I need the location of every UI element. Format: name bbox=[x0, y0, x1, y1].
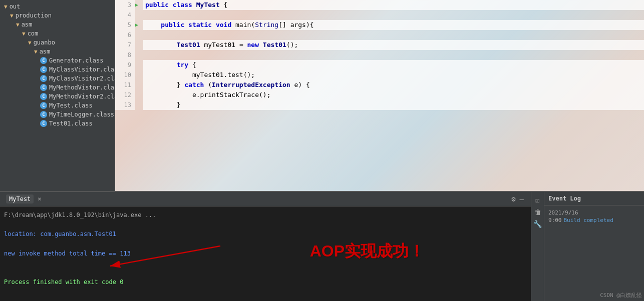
terminal-output: F:\dream\app\jdk1.8.0_192\bin\java.exe .… bbox=[0, 206, 531, 301]
line-number-6: 6 bbox=[115, 30, 135, 40]
bottom-panel: MyTest × ⚙ — F:\dream\app\jdk1.8.0_192\b… bbox=[0, 191, 644, 301]
watermark: CSDN @白嫖乱怪 bbox=[600, 292, 642, 299]
code-line-12: 12 e.printStackTrace(); bbox=[115, 90, 644, 100]
terminal-tab-name[interactable]: MyTest bbox=[6, 194, 34, 204]
class-icon-mymethodvistor: C bbox=[40, 84, 47, 91]
code-line-4: 4 bbox=[115, 10, 644, 20]
line-number-8: 8 bbox=[115, 50, 135, 60]
run-button-5[interactable]: ▶ bbox=[135, 20, 143, 30]
tree-label-mymethodvistor2: MyMethodVistor2.class bbox=[49, 93, 115, 100]
code-content-10: myTest01.test(); bbox=[143, 70, 644, 80]
code-line-8: 8 bbox=[115, 50, 644, 60]
tree-label-asm2: asm bbox=[40, 48, 51, 55]
line-number-5: 5 bbox=[115, 20, 135, 30]
event-row: 9:00 Build completed bbox=[548, 217, 640, 224]
tree-item-mytimelogger[interactable]: C MyTimeLogger.class bbox=[0, 110, 115, 119]
trash-icon[interactable]: 🗑 bbox=[533, 208, 542, 216]
tree-item-myclassvisitor[interactable]: C MyClassVisitor.class bbox=[0, 65, 115, 74]
event-time: 9:00 bbox=[548, 217, 562, 224]
line-number-13: 13 bbox=[115, 100, 135, 110]
tree-label-generator: Generator.class bbox=[49, 57, 103, 64]
terminal-line-2: location: com.guanbo.asm.Test01 bbox=[4, 230, 527, 239]
line-number-3: 3 bbox=[115, 0, 135, 10]
code-content-3: public class MyTest { bbox=[143, 0, 644, 10]
class-icon-test01: C bbox=[40, 120, 47, 127]
event-log-icons: ☑ 🗑 🔧 bbox=[531, 192, 544, 301]
event-date: 2021/9/16 bbox=[548, 210, 640, 216]
code-line-5: 5 ▶ public static void main(String[] arg… bbox=[115, 20, 644, 30]
code-content-13: } bbox=[143, 100, 644, 110]
line-number-10: 10 bbox=[115, 70, 135, 80]
tree-item-myclassvisitor2[interactable]: C MyClassVisitor2.class bbox=[0, 74, 115, 83]
folder-icon-guanbo: ▼ bbox=[28, 40, 32, 46]
terminal-controls: ⚙ — bbox=[510, 194, 525, 204]
tree-item-production[interactable]: ▼ production bbox=[0, 11, 115, 20]
tree-item-mytest[interactable]: C MyTest.class bbox=[0, 101, 115, 110]
code-content-7: Test01 myTest01 = new Test01(); bbox=[143, 40, 644, 50]
tree-item-test01[interactable]: C Test01.class bbox=[0, 119, 115, 128]
aop-success-text: AOP实现成功！ bbox=[310, 238, 425, 264]
editor-content[interactable]: 3 ▶ public class MyTest { 4 5 ▶ public s… bbox=[115, 0, 644, 191]
code-editor: 3 ▶ public class MyTest { 4 5 ▶ public s… bbox=[115, 0, 644, 191]
terminal-line-5: Process finished with exit code 0 bbox=[4, 278, 527, 287]
file-tree: ▼ out ▼ production ▼ asm ▼ com ▼ guanbo … bbox=[0, 0, 115, 191]
line-number-4: 4 bbox=[115, 10, 135, 20]
tree-label-mytest: MyTest.class bbox=[49, 102, 93, 109]
line-number-12: 12 bbox=[115, 90, 135, 100]
tree-item-generator[interactable]: C Generator.class bbox=[0, 56, 115, 65]
code-line-3: 3 ▶ public class MyTest { bbox=[115, 0, 644, 10]
tree-label-myclassvisitor: MyClassVisitor.class bbox=[49, 66, 115, 73]
tree-item-com[interactable]: ▼ com bbox=[0, 29, 115, 38]
code-content-12: e.printStackTrace(); bbox=[143, 90, 644, 100]
tree-label-out: out bbox=[10, 3, 21, 10]
checkbox-icon[interactable]: ☑ bbox=[533, 196, 542, 204]
class-icon-mymethodvistor2: C bbox=[40, 93, 47, 100]
minimize-icon[interactable]: — bbox=[519, 194, 525, 204]
terminal-tab-bar: MyTest × ⚙ — bbox=[0, 192, 531, 206]
run-button-3[interactable]: ▶ bbox=[135, 0, 143, 10]
tree-item-guanbo[interactable]: ▼ guanbo bbox=[0, 38, 115, 47]
code-content-5: public static void main(String[] args){ bbox=[143, 20, 644, 30]
settings-icon[interactable]: ⚙ bbox=[510, 194, 516, 204]
tree-label-mytimelogger: MyTimeLogger.class bbox=[49, 111, 114, 118]
tree-item-asm2[interactable]: ▼ asm bbox=[0, 47, 115, 56]
tree-item-mymethodvistor[interactable]: C MyMethodVistor.class bbox=[0, 83, 115, 92]
folder-icon-asm2: ▼ bbox=[34, 48, 38, 55]
line-number-9: 9 bbox=[115, 60, 135, 70]
tree-label-myclassvisitor2: MyClassVisitor2.class bbox=[49, 75, 115, 82]
tree-label-guanbo: guanbo bbox=[34, 39, 55, 46]
code-line-11: 11 } catch (InterruptedException e) { bbox=[115, 80, 644, 90]
tree-label-test01: Test01.class bbox=[49, 120, 93, 127]
tree-label-asm: asm bbox=[22, 21, 33, 28]
code-line-13: 13 } bbox=[115, 100, 644, 110]
tree-label-com: com bbox=[28, 30, 39, 37]
code-line-6: 6 bbox=[115, 30, 644, 40]
code-content-9: try { bbox=[143, 60, 644, 70]
terminal-tab-close[interactable]: × bbox=[38, 196, 41, 202]
terminal-line-1: F:\dream\app\jdk1.8.0_192\bin\java.exe .… bbox=[4, 210, 527, 220]
tree-item-asm[interactable]: ▼ asm bbox=[0, 20, 115, 29]
tree-item-out[interactable]: ▼ out bbox=[0, 2, 115, 11]
event-log-content: 2021/9/16 9:00 Build completed bbox=[544, 206, 644, 301]
bottom-right: ☑ 🗑 🔧 Event Log 2021/9/16 9:00 Build com… bbox=[531, 192, 644, 301]
class-icon-myclassvisitor: C bbox=[40, 66, 47, 73]
tree-label-mymethodvistor: MyMethodVistor.class bbox=[49, 84, 115, 91]
folder-icon-com: ▼ bbox=[22, 30, 26, 37]
tree-item-mymethodvistor2[interactable]: C MyMethodVistor2.class bbox=[0, 92, 115, 101]
build-completed-link[interactable]: Build completed bbox=[564, 217, 613, 224]
line-number-11: 11 bbox=[115, 80, 135, 90]
folder-icon-out: ▼ bbox=[4, 4, 8, 10]
folder-icon-asm: ▼ bbox=[16, 22, 20, 28]
class-icon-myclassvisitor2: C bbox=[40, 75, 47, 82]
terminal-area: MyTest × ⚙ — F:\dream\app\jdk1.8.0_192\b… bbox=[0, 192, 531, 301]
wrench-icon[interactable]: 🔧 bbox=[533, 220, 542, 228]
code-content-11: } catch (InterruptedException e) { bbox=[143, 80, 644, 90]
event-log-title: Event Log bbox=[544, 192, 644, 206]
folder-icon-production: ▼ bbox=[10, 12, 14, 19]
terminal-line-3: new invoke method total time == 113 bbox=[4, 249, 527, 258]
line-number-7: 7 bbox=[115, 40, 135, 50]
class-icon-generator: C bbox=[40, 57, 47, 64]
code-line-9: 9 try { bbox=[115, 60, 644, 70]
event-log-panel: Event Log 2021/9/16 9:00 Build completed bbox=[544, 192, 644, 301]
code-line-10: 10 myTest01.test(); bbox=[115, 70, 644, 80]
